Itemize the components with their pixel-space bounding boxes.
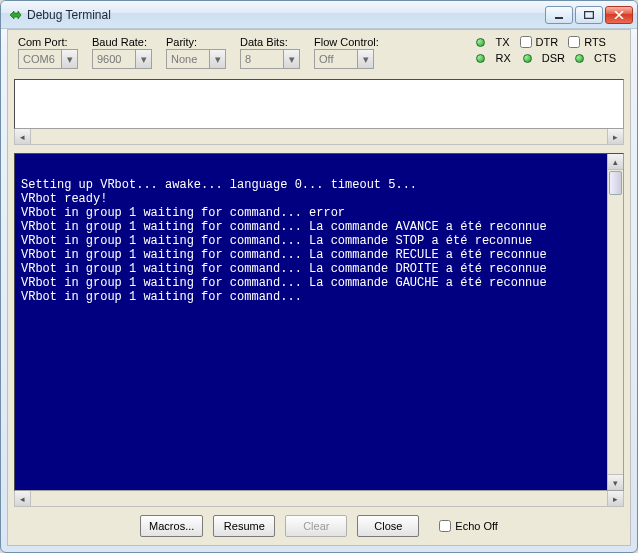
- com-port-field: Com Port: COM6 ▾: [18, 36, 78, 69]
- baud-rate-field: Baud Rate: 9600 ▾: [92, 36, 152, 69]
- cts-led-icon: [575, 54, 584, 63]
- cts-label: CTS: [594, 52, 616, 64]
- input-hscrollbar[interactable]: ◂ ▸: [14, 129, 624, 145]
- rx-label: RX: [495, 52, 510, 64]
- app-icon: [7, 7, 23, 23]
- tx-label: TX: [495, 36, 509, 48]
- dtr-input[interactable]: [520, 36, 532, 48]
- chevron-down-icon: ▾: [357, 50, 373, 68]
- output-hscrollbar[interactable]: ◂ ▸: [14, 491, 624, 507]
- data-bits-label: Data Bits:: [240, 36, 300, 48]
- chevron-down-icon: ▾: [61, 50, 77, 68]
- window-title: Debug Terminal: [27, 8, 545, 22]
- terminal-output[interactable]: Setting up VRbot... awake... language 0.…: [15, 154, 607, 490]
- data-bits-value: 8: [245, 53, 251, 65]
- client-area: Com Port: COM6 ▾ Baud Rate: 9600 ▾ Parit…: [7, 29, 631, 546]
- flow-control-select[interactable]: Off ▾: [314, 49, 374, 69]
- dtr-label: DTR: [536, 36, 559, 48]
- parity-select[interactable]: None ▾: [166, 49, 226, 69]
- close-button[interactable]: Close: [357, 515, 419, 537]
- clear-button[interactable]: Clear: [285, 515, 347, 537]
- echo-off-checkbox[interactable]: Echo Off: [439, 520, 498, 532]
- titlebar[interactable]: Debug Terminal: [1, 1, 637, 29]
- data-bits-select[interactable]: 8 ▾: [240, 49, 300, 69]
- settings-toolbar: Com Port: COM6 ▾ Baud Rate: 9600 ▾ Parit…: [14, 34, 624, 73]
- baud-rate-select[interactable]: 9600 ▾: [92, 49, 152, 69]
- scroll-left-icon[interactable]: ◂: [15, 129, 31, 144]
- chevron-down-icon: ▾: [283, 50, 299, 68]
- rx-led-icon: [476, 54, 485, 63]
- baud-rate-label: Baud Rate:: [92, 36, 152, 48]
- window-frame: Debug Terminal Com Port: COM6 ▾ B: [0, 0, 638, 553]
- minimize-button[interactable]: [545, 6, 573, 24]
- status-indicators: TX DTR RTS RX DSR CTS: [476, 36, 620, 64]
- com-port-value: COM6: [23, 53, 55, 65]
- parity-value: None: [171, 53, 197, 65]
- parity-field: Parity: None ▾: [166, 36, 226, 69]
- resume-button[interactable]: Resume: [213, 515, 275, 537]
- dsr-led-icon: [523, 54, 532, 63]
- scroll-left-icon[interactable]: ◂: [15, 491, 31, 506]
- command-input[interactable]: [15, 80, 623, 128]
- rts-input[interactable]: [568, 36, 580, 48]
- rts-label: RTS: [584, 36, 606, 48]
- scroll-right-icon[interactable]: ▸: [607, 491, 623, 506]
- output-wrap: Setting up VRbot... awake... language 0.…: [14, 153, 624, 507]
- com-port-select[interactable]: COM6 ▾: [18, 49, 78, 69]
- maximize-button[interactable]: [575, 6, 603, 24]
- echo-off-label: Echo Off: [455, 520, 498, 532]
- data-bits-field: Data Bits: 8 ▾: [240, 36, 300, 69]
- baud-rate-value: 9600: [97, 53, 121, 65]
- close-window-button[interactable]: [605, 6, 633, 24]
- com-port-label: Com Port:: [18, 36, 78, 48]
- chevron-down-icon: ▾: [135, 50, 151, 68]
- svg-rect-0: [555, 17, 563, 19]
- tx-led-icon: [476, 38, 485, 47]
- scroll-down-icon[interactable]: ▾: [608, 474, 623, 490]
- scroll-thumb[interactable]: [609, 171, 622, 195]
- svg-rect-1: [585, 11, 594, 18]
- scroll-up-icon[interactable]: ▴: [608, 154, 623, 170]
- parity-label: Parity:: [166, 36, 226, 48]
- command-input-area: [14, 79, 624, 129]
- output-frame: Setting up VRbot... awake... language 0.…: [14, 153, 624, 491]
- rts-checkbox[interactable]: RTS: [568, 36, 606, 48]
- dsr-label: DSR: [542, 52, 565, 64]
- echo-off-input[interactable]: [439, 520, 451, 532]
- output-vscrollbar[interactable]: ▴ ▾: [607, 154, 623, 490]
- chevron-down-icon: ▾: [209, 50, 225, 68]
- bottom-toolbar: Macros... Resume Clear Close Echo Off: [14, 507, 624, 539]
- flow-control-value: Off: [319, 53, 333, 65]
- macros-button[interactable]: Macros...: [140, 515, 203, 537]
- dtr-checkbox[interactable]: DTR: [520, 36, 559, 48]
- flow-control-label: Flow Control:: [314, 36, 379, 48]
- flow-control-field: Flow Control: Off ▾: [314, 36, 379, 69]
- scroll-right-icon[interactable]: ▸: [607, 129, 623, 144]
